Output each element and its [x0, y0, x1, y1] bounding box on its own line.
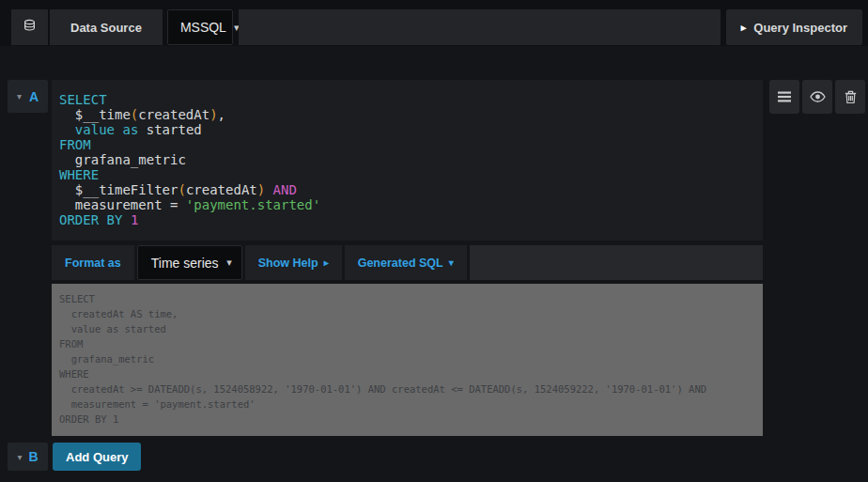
caret-right-icon: ▸: [324, 257, 329, 268]
datasource-select[interactable]: MSSQL ▾: [167, 9, 233, 45]
caret-right-icon: ▸: [741, 22, 747, 34]
show-help-button[interactable]: Show Help ▸: [245, 245, 342, 280]
caret-down-icon: ▾: [17, 452, 22, 462]
query-inspector-button[interactable]: ▸ Query Inspector: [726, 9, 862, 45]
query-b-section: ▾ B Add Query: [8, 443, 141, 471]
format-as-label: Format as: [52, 245, 134, 280]
eye-icon: [810, 91, 826, 102]
toggle-query-visibility-button[interactable]: [802, 80, 832, 114]
trash-icon: [845, 90, 857, 104]
format-row: Format as Time series ▾ Show Help ▸ Gene…: [52, 245, 763, 280]
generated-sql-panel: SELECT createdAt AS time, value as start…: [52, 284, 763, 436]
datasource-icon-button[interactable]: [11, 9, 48, 45]
query-inspector-label: Query Inspector: [753, 21, 847, 35]
datasource-label: Data Source: [50, 9, 163, 45]
sql-editor[interactable]: SELECT $__time(createdAt), value as star…: [52, 80, 763, 241]
caret-down-icon: ▾: [449, 257, 454, 268]
generated-sql-label: Generated SQL: [358, 257, 443, 270]
format-value: Time series: [151, 256, 219, 271]
query-a-section: ▾ A SELECT $__time(createdAt), value as …: [8, 80, 860, 241]
format-select[interactable]: Time series ▾: [137, 245, 242, 280]
query-editor-page: Data Source MSSQL ▾ ▸ Query Inspector ▾ …: [0, 0, 868, 482]
generated-sql-button[interactable]: Generated SQL ▾: [345, 245, 467, 280]
format-row-filler: [470, 245, 763, 280]
editor-actions: [767, 80, 865, 114]
query-b-collapse-toggle[interactable]: ▾ B: [8, 443, 48, 471]
menu-icon: [777, 91, 792, 102]
caret-down-icon: ▾: [226, 257, 232, 269]
add-query-button[interactable]: Add Query: [53, 443, 141, 471]
topbar: Data Source MSSQL ▾ ▸ Query Inspector: [0, 0, 868, 46]
query-a-letter: A: [29, 89, 39, 104]
delete-query-button[interactable]: [835, 80, 865, 114]
query-a-collapse-toggle[interactable]: ▾ A: [8, 80, 48, 113]
caret-down-icon: ▾: [17, 91, 22, 101]
query-menu-button[interactable]: [769, 80, 799, 114]
database-icon: [22, 18, 38, 37]
query-b-letter: B: [28, 449, 38, 464]
topbar-filler: [239, 9, 721, 45]
show-help-label: Show Help: [258, 257, 318, 270]
datasource-value: MSSQL: [180, 20, 226, 35]
